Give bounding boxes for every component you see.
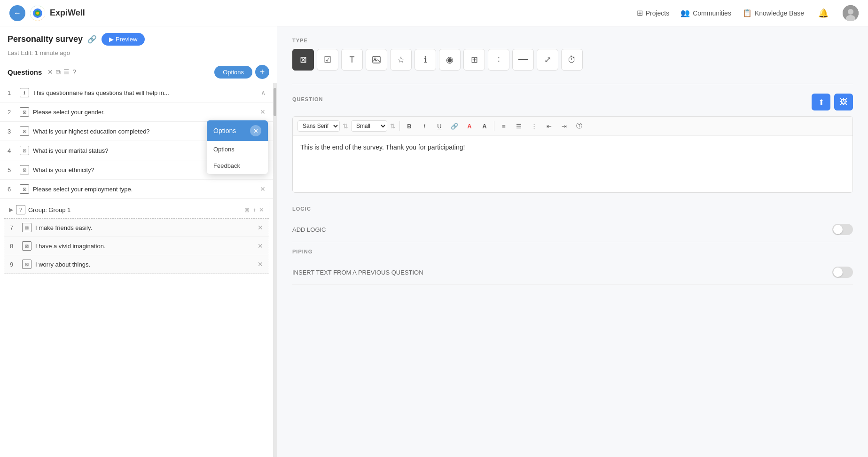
list-icon[interactable]: ☰	[63, 68, 70, 76]
add-logic-label: ADD LOGIC	[292, 226, 326, 233]
group-header[interactable]: ▶ ? Group: Group 1 ⊠ + ✕	[4, 201, 269, 218]
image-button[interactable]	[366, 49, 387, 71]
increase-indent-button[interactable]: ⇥	[557, 119, 571, 133]
dropdown-item-options[interactable]: Options	[207, 141, 268, 158]
text-button[interactable]: T	[341, 49, 363, 71]
question-number: 4	[8, 147, 16, 154]
choice-type-icon: ⊠	[20, 165, 29, 174]
choice-type-icon: ⊠	[22, 223, 31, 232]
dropdown-close-button[interactable]: ✕	[250, 125, 261, 136]
slider-button[interactable]: ◉	[439, 49, 461, 71]
font-color-button[interactable]: A	[463, 119, 476, 133]
logic-section: LOGIC ADD LOGIC	[292, 206, 853, 242]
app-title: ExpiWell	[50, 8, 85, 18]
question-number: 5	[8, 166, 16, 173]
copy-icon[interactable]: ⧉	[56, 68, 61, 76]
options-dropdown: Options ✕ Options Feedback	[207, 120, 268, 174]
group-remove-icon[interactable]: ✕	[259, 206, 264, 213]
link-button[interactable]: 🔗	[448, 119, 461, 133]
type-buttons-row: ⊠ ☑ T ☆ ℹ ◉ ⊞ ∶ ⤢ ⏱	[292, 49, 853, 71]
question-item[interactable]: 2 ⊠ Please select your gender. ✕	[0, 102, 273, 122]
add-logic-toggle[interactable]	[832, 224, 853, 235]
type-section-label: TYPE	[292, 38, 853, 43]
info-button[interactable]: ℹ	[414, 49, 436, 71]
align-left-button[interactable]: ≡	[497, 119, 510, 133]
group-expand-icon[interactable]: ▶	[9, 206, 13, 213]
nav-right: ⊞ Projects 👥 Communities 📋 Knowledge Bas…	[637, 5, 859, 21]
decrease-indent-button[interactable]: ⇤	[542, 119, 555, 133]
question-item[interactable]: 8 ⊠ I have a vivid imagination. ✕	[4, 237, 269, 255]
star-rating-button[interactable]: ☆	[390, 49, 412, 71]
back-button[interactable]: ←	[9, 5, 25, 21]
time-button[interactable]: ⏱	[561, 49, 583, 71]
questions-label: Questions	[8, 68, 42, 76]
notifications-button[interactable]: 🔔	[815, 5, 831, 21]
nav-left: ← ExpiWell	[9, 5, 85, 21]
numbered-list-button[interactable]: ⋮	[527, 119, 540, 133]
preview-label: Preview	[116, 36, 137, 43]
add-question-button[interactable]: +	[255, 65, 269, 79]
piping-toggle[interactable]	[832, 267, 853, 278]
question-text: Please select your gender.	[33, 109, 256, 116]
scale-button[interactable]: ⤢	[537, 49, 558, 71]
bold-button[interactable]: B	[403, 119, 416, 133]
share-icon[interactable]: 🔗	[87, 35, 97, 44]
question-item[interactable]: 9 ⊠ I worry about things. ✕	[4, 255, 269, 274]
question-item[interactable]: 1 ℹ This questionnaire has questions tha…	[0, 83, 273, 102]
preview-play-icon: ▶	[109, 36, 114, 43]
remove-question-icon[interactable]: ✕	[258, 242, 263, 250]
checkbox-button[interactable]: ☑	[317, 49, 338, 71]
multiple-choice-button[interactable]: ⊠	[292, 49, 314, 71]
question-item[interactable]: 7 ⊠ I make friends easily. ✕	[4, 219, 269, 237]
main-layout: Personality survey 🔗 ▶ Preview Last Edit…	[0, 26, 868, 457]
question-text: This questionnaire has questions that wi…	[33, 89, 257, 96]
choice-type-icon: ⊠	[20, 184, 29, 194]
highlight-button[interactable]: A	[478, 119, 491, 133]
question-number: 9	[10, 261, 18, 268]
upload-image-button[interactable]: ⬆	[812, 94, 830, 110]
remove-question-icon[interactable]: ✕	[260, 108, 266, 116]
underline-button[interactable]: U	[433, 119, 446, 133]
knowledge-base-label: Knowledge Base	[755, 9, 804, 17]
expand-icon[interactable]: ∧	[261, 89, 266, 96]
left-panel: Personality survey 🔗 ▶ Preview Last Edit…	[0, 26, 277, 457]
toggle-knob	[833, 225, 843, 234]
dropdown-header: Options ✕	[207, 120, 268, 141]
preview-button[interactable]: ▶ Preview	[102, 33, 145, 46]
svg-rect-7	[373, 56, 380, 63]
nav-communities[interactable]: 👥 Communities	[680, 8, 731, 17]
scroll-rail[interactable]	[273, 83, 277, 457]
projects-icon: ⊞	[637, 8, 643, 17]
italic-button[interactable]: I	[418, 119, 431, 133]
nav-projects[interactable]: ⊞ Projects	[637, 8, 670, 17]
question-editor-section: QUESTION ⬆ 🖼 Sans Serif ⇅ Small Medium L…	[292, 94, 853, 193]
group-add-icon[interactable]: +	[252, 206, 256, 213]
user-avatar[interactable]	[843, 5, 859, 21]
svg-point-3	[36, 12, 39, 15]
font-size-select[interactable]: Small Medium Large	[351, 120, 387, 132]
options-dropdown-trigger[interactable]: Options	[214, 66, 252, 79]
remove-question-icon[interactable]: ✕	[258, 224, 263, 231]
dropdown-item-feedback[interactable]: Feedback	[207, 158, 268, 174]
question-item[interactable]: 6 ⊠ Please select your employment type. …	[0, 180, 273, 199]
remove-question-icon[interactable]: ✕	[258, 260, 263, 268]
range-button[interactable]	[512, 49, 534, 71]
image-gallery-button[interactable]: 🖼	[834, 94, 853, 110]
filter-icon[interactable]: ✕	[47, 68, 53, 76]
group-edit-icon[interactable]: ⊠	[244, 206, 250, 213]
choice-type-icon: ⊠	[22, 241, 31, 251]
remove-question-icon[interactable]: ✕	[260, 185, 266, 193]
font-family-select[interactable]: Sans Serif	[297, 120, 340, 132]
choice-type-icon: ⊠	[20, 126, 29, 136]
dropdown-title: Options	[213, 127, 236, 134]
editor-content[interactable]: This is the end of the survey. Thank you…	[293, 136, 852, 192]
nav-knowledge-base[interactable]: 📋 Knowledge Base	[743, 8, 804, 17]
font-size-arrow: ⇅	[389, 122, 397, 130]
clear-format-button[interactable]: Ⓣ	[572, 119, 586, 133]
scroll-thumb[interactable]	[274, 88, 276, 116]
number-button[interactable]: ∶	[488, 49, 509, 71]
svg-point-8	[374, 58, 376, 60]
bullet-list-button[interactable]: ☰	[512, 119, 525, 133]
help-icon[interactable]: ?	[72, 68, 76, 76]
table-button[interactable]: ⊞	[463, 49, 485, 71]
